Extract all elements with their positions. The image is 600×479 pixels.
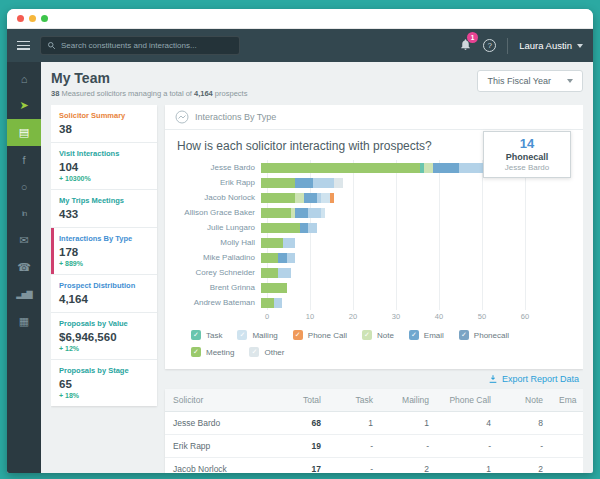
phone-icon[interactable]: ☎ (7, 254, 41, 281)
legend-checkbox[interactable]: ✓ (191, 347, 201, 357)
legend-checkbox[interactable]: ✓ (459, 330, 469, 340)
chart-bar[interactable] (261, 253, 295, 263)
chart-row: Molly Hall (171, 235, 573, 250)
legend-checkbox[interactable]: ✓ (249, 347, 259, 357)
legend-checkbox[interactable]: ✓ (237, 330, 247, 340)
bar-segment-meeting[interactable] (261, 283, 287, 293)
analytics-icon[interactable]: ▤ (7, 119, 41, 146)
metric-item-0[interactable]: Solicitor Summary38 (51, 105, 157, 143)
metric-item-3[interactable]: Interactions By Type178+ 889% (51, 228, 157, 275)
export-report-link[interactable]: Export Report Data (165, 369, 583, 389)
window-maximize-button[interactable] (41, 15, 48, 22)
bar-segment-meeting[interactable] (261, 268, 278, 278)
legend-checkbox[interactable]: ✓ (409, 330, 419, 340)
linkedin-icon[interactable]: in (7, 200, 41, 227)
metric-item-4[interactable]: Prospect Distribution4,164 (51, 275, 157, 313)
table-header-cell[interactable]: Note (499, 389, 551, 411)
table-header-cell[interactable]: Task (329, 389, 381, 411)
bar-segment-meeting[interactable] (261, 298, 274, 308)
legend-item-other[interactable]: ✓Other (249, 347, 284, 357)
metric-item-2[interactable]: My Trips Meetings433 (51, 190, 157, 228)
bar-segment-email[interactable] (295, 208, 308, 218)
table-row[interactable]: Erik Rapp19---- (165, 435, 583, 458)
search-box[interactable] (40, 36, 240, 55)
table-header-cell[interactable]: Mailing (381, 389, 437, 411)
metric-item-6[interactable]: Proposals by Stage65+ 18% (51, 360, 157, 406)
chart-bar[interactable] (261, 268, 291, 278)
bar-segment-phonecall[interactable] (308, 208, 321, 218)
home-icon[interactable]: ⌂ (7, 65, 41, 92)
bar-segment-meeting[interactable] (261, 238, 283, 248)
chart-bar[interactable] (261, 238, 295, 248)
bar-segment-mailing[interactable] (321, 208, 325, 218)
bar-segment-phonecall[interactable] (313, 178, 335, 188)
bar-segment-meeting[interactable] (261, 163, 420, 173)
notifications-button[interactable]: 1 (459, 37, 472, 55)
facebook-icon[interactable]: f (7, 146, 41, 173)
chart-bar[interactable] (261, 223, 317, 233)
bar-segment-other[interactable] (334, 178, 343, 188)
legend-item-note[interactable]: ✓Note (362, 330, 394, 340)
chart-row: Allison Grace Baker (171, 205, 573, 220)
legend-item-phone-call[interactable]: ✓Phone Call (293, 330, 347, 340)
bar-segment-email[interactable] (278, 253, 287, 263)
bar-segment-note[interactable] (295, 193, 304, 203)
bar-segment-email[interactable] (300, 223, 309, 233)
launch-icon[interactable]: ➤ (7, 92, 41, 119)
topbar-divider (507, 38, 508, 54)
legend-item-email[interactable]: ✓Email (409, 330, 444, 340)
bar-segment-meeting[interactable] (261, 178, 295, 188)
window-close-button[interactable] (17, 15, 24, 22)
chart-bar[interactable] (261, 178, 343, 188)
bar-chart-icon[interactable]: ▂▅▇ (7, 281, 41, 308)
legend-item-phonecall[interactable]: ✓Phonecall (459, 330, 509, 340)
bar-segment-phonecall[interactable] (274, 298, 283, 308)
metric-item-1[interactable]: Visit Interactions104+ 10300% (51, 143, 157, 190)
bar-segment-meeting[interactable] (261, 193, 295, 203)
bar-segment-phonecall[interactable] (287, 253, 296, 263)
bar-segment-phonecall[interactable] (308, 223, 317, 233)
legend-checkbox[interactable]: ✓ (191, 330, 201, 340)
table-cell: 19 (277, 435, 329, 457)
chart-bar[interactable] (261, 283, 287, 293)
bar-segment-meeting[interactable] (261, 208, 291, 218)
bar-segment-mailing[interactable] (321, 193, 330, 203)
mail-icon[interactable]: ✉ (7, 227, 41, 254)
table-row[interactable]: Jacob Norlock17-212 (165, 458, 583, 473)
chart-row: Mike Palladino (171, 250, 573, 265)
bar-segment-phone-call[interactable] (330, 193, 334, 203)
metric-item-5[interactable]: Proposals by Value$6,946,560+ 12% (51, 313, 157, 360)
legend-item-mailing[interactable]: ✓Mailing (237, 330, 277, 340)
table-header-cell[interactable]: Solicitor (165, 389, 277, 411)
legend-item-meeting[interactable]: ✓Meeting (191, 347, 234, 357)
search-input[interactable] (61, 41, 233, 50)
bar-segment-email[interactable] (295, 178, 312, 188)
bar-segment-email[interactable] (304, 193, 317, 203)
bar-segment-phonecall[interactable] (278, 268, 291, 278)
search-icon[interactable]: ○ (7, 173, 41, 200)
chart-bar[interactable] (261, 193, 334, 203)
metric-value: 433 (59, 208, 149, 220)
hamburger-menu-icon[interactable] (17, 41, 30, 50)
legend-checkbox[interactable]: ✓ (362, 330, 372, 340)
apps-icon[interactable]: ▦ (7, 308, 41, 335)
bar-segment-meeting[interactable] (261, 223, 300, 233)
user-menu[interactable]: Laura Austin (519, 40, 583, 51)
bar-segment-phonecall[interactable] (283, 238, 296, 248)
help-button[interactable]: ? (483, 39, 496, 52)
table-header-cell[interactable]: Phone Call (437, 389, 499, 411)
fiscal-year-select[interactable]: This Fiscal Year (477, 70, 583, 92)
bar-segment-meeting[interactable] (261, 253, 278, 263)
legend-checkbox[interactable]: ✓ (293, 330, 303, 340)
chart-legend: ✓Task✓Mailing✓Phone Call✓Note✓Email✓Phon… (191, 330, 583, 357)
chart-bar[interactable] (261, 208, 325, 218)
bar-segment-email[interactable] (433, 163, 459, 173)
legend-item-task[interactable]: ✓Task (191, 330, 222, 340)
metric-label: Interactions By Type (59, 234, 149, 243)
window-minimize-button[interactable] (29, 15, 36, 22)
bar-segment-note[interactable] (424, 163, 433, 173)
chart-bar[interactable] (261, 298, 282, 308)
table-header-cell[interactable]: Ema (551, 389, 583, 411)
table-row[interactable]: Jesse Bardo681148 (165, 412, 583, 435)
table-header-cell[interactable]: Total (277, 389, 329, 411)
